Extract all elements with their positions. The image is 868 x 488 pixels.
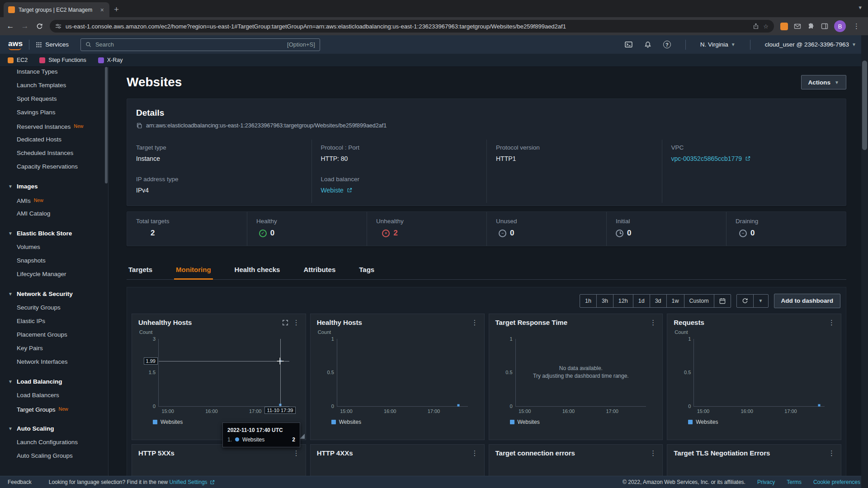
sidebar-item-network-interfaces[interactable]: Network Interfaces: [0, 355, 108, 369]
chart-menu-icon[interactable]: ⋮: [472, 449, 478, 457]
chart-menu-icon[interactable]: ⋮: [472, 319, 478, 327]
sidebar-item-dedicated-hosts[interactable]: Dedicated Hosts: [0, 133, 108, 146]
sidebar-item-reserved-instances[interactable]: Reserved InstancesNew: [0, 119, 108, 133]
time-range-1d[interactable]: 1d: [633, 295, 650, 307]
sidebar-item-launch-configurations[interactable]: Launch Configurations: [0, 436, 108, 449]
console-search-input[interactable]: Search [Option+S]: [80, 38, 320, 51]
chart-menu-icon[interactable]: ⋮: [650, 319, 656, 327]
custom-date-picker-button[interactable]: [714, 295, 731, 307]
tab-search-icon[interactable]: ▾: [859, 4, 862, 11]
chart-menu-icon[interactable]: ⋮: [650, 449, 656, 457]
scrollbar-thumb[interactable]: [862, 61, 867, 150]
mail-extension-icon[interactable]: [793, 22, 802, 30]
chart-menu-icon[interactable]: ⋮: [293, 449, 299, 457]
sidebar-section-images[interactable]: ▼Images: [0, 179, 108, 193]
time-range-3h[interactable]: 3h: [596, 295, 613, 307]
tab-tags[interactable]: Tags: [357, 262, 376, 280]
tab-targets[interactable]: Targets: [127, 262, 154, 280]
sidebar-item-elastic-ips[interactable]: Elastic IPs: [0, 314, 108, 328]
expand-icon[interactable]: [282, 319, 288, 326]
favorite-shortcut-x-ray[interactable]: X-Ray: [98, 57, 123, 63]
sidebar-item-key-pairs[interactable]: Key Pairs: [0, 342, 108, 355]
browser-tab-strip: Target groups | EC2 Managem × + ▾: [0, 0, 868, 17]
footer-link-cookie-preferences[interactable]: Cookie preferences: [813, 479, 860, 485]
sidebar-item-savings-plans[interactable]: Savings Plans: [0, 106, 108, 119]
refresh-options-button[interactable]: ▼: [753, 295, 768, 307]
refresh-icon: [742, 298, 748, 304]
sidebar-item-snapshots[interactable]: Snapshots: [0, 254, 108, 267]
sidebar-item-spot-requests[interactable]: Spot Requests: [0, 92, 108, 106]
time-range-3d[interactable]: 3d: [650, 295, 666, 307]
unified-settings-link[interactable]: Unified Settings: [170, 479, 215, 485]
sidebar-section-auto-scaling[interactable]: ▼Auto Scaling: [0, 422, 108, 436]
reload-button[interactable]: [33, 23, 45, 30]
tab-monitoring[interactable]: Monitoring: [174, 262, 212, 280]
tab-attributes[interactable]: Attributes: [302, 262, 337, 280]
favorite-shortcut-ec2[interactable]: EC2: [8, 57, 28, 63]
bookmark-star-icon[interactable]: ☆: [763, 23, 769, 30]
aws-logo[interactable]: aws: [8, 39, 23, 50]
puzzle-extensions-icon[interactable]: [807, 22, 815, 30]
page-scrollbar[interactable]: [861, 35, 868, 488]
sidebar-item-scheduled-instances[interactable]: Scheduled Instances: [0, 146, 108, 160]
back-button[interactable]: ←: [5, 22, 16, 31]
sidebar-item-launch-templates[interactable]: Launch Templates: [0, 79, 108, 92]
aws-extension-icon[interactable]: [780, 23, 788, 30]
sidebar-item-capacity-reservations[interactable]: Capacity Reservations: [0, 160, 108, 174]
browser-menu-icon[interactable]: ⋮: [851, 22, 862, 30]
cloudshell-icon[interactable]: [621, 41, 636, 48]
tab-health-checks[interactable]: Health checks: [233, 262, 282, 280]
chart-plot: 31.5015:0016:0017:001.9911-10 17:39: [158, 339, 289, 407]
footer-link-privacy[interactable]: Privacy: [757, 479, 775, 485]
profile-avatar[interactable]: B: [834, 20, 846, 32]
sidebar-item-target-groups[interactable]: Target GroupsNew: [0, 402, 108, 416]
favorite-shortcut-step-functions[interactable]: Step Functions: [39, 57, 86, 63]
forward-button[interactable]: →: [19, 22, 31, 31]
chart-menu-icon[interactable]: ⋮: [293, 319, 299, 327]
footer-link-terms[interactable]: Terms: [787, 479, 802, 485]
url-bar[interactable]: us-east-1.console.aws.amazon.com/ec2/hom…: [50, 20, 774, 33]
services-menu[interactable]: Services: [36, 41, 69, 48]
browser-tab[interactable]: Target groups | EC2 Managem ×: [4, 2, 109, 17]
sidebar-section-elastic-block-store[interactable]: ▼Elastic Block Store: [0, 226, 108, 240]
tooltip-timestamp: 2022-11-10 17:40 UTC: [227, 427, 295, 433]
chart-menu-icon[interactable]: ⋮: [828, 449, 835, 457]
new-tab-button[interactable]: +: [114, 5, 119, 14]
help-icon[interactable]: ?: [660, 41, 675, 48]
site-settings-icon[interactable]: [55, 23, 61, 29]
time-range-custom[interactable]: Custom: [684, 295, 714, 307]
refresh-button[interactable]: [737, 295, 753, 307]
sidebar-section-network-security[interactable]: ▼Network & Security: [0, 287, 108, 301]
sidebar-item-security-groups[interactable]: Security Groups: [0, 301, 108, 314]
sidebar-item-label: Snapshots: [17, 257, 46, 264]
share-icon[interactable]: [753, 23, 759, 29]
side-panel-icon[interactable]: [821, 22, 829, 30]
notifications-bell-icon[interactable]: [641, 41, 655, 48]
chart-menu-icon[interactable]: ⋮: [828, 319, 835, 327]
actions-button[interactable]: Actions▼: [801, 75, 846, 89]
account-menu[interactable]: cloud_user @ 2362-3396-7963▼: [761, 41, 860, 48]
sidebar-item-volumes[interactable]: Volumes: [0, 240, 108, 254]
copy-icon[interactable]: [136, 122, 142, 129]
resize-handle[interactable]: [300, 434, 305, 439]
tooltip-index: 1.: [227, 436, 232, 443]
region-selector[interactable]: N. Virginia▼: [697, 41, 739, 48]
sidebar-scrollbar[interactable]: [105, 67, 108, 183]
sidebar-item-load-balancers[interactable]: Load Balancers: [0, 389, 108, 402]
add-to-dashboard-button[interactable]: Add to dashboard: [774, 294, 841, 308]
link-vpc[interactable]: vpc-00352c5865ccb1779: [671, 155, 750, 162]
link-load-balancer[interactable]: Webiste: [321, 187, 352, 194]
tab-close-icon[interactable]: ×: [99, 6, 105, 14]
sidebar-item-amis[interactable]: AMIsNew: [0, 193, 108, 207]
sidebar-item-placement-groups[interactable]: Placement Groups: [0, 328, 108, 342]
sidebar-item-ami-catalog[interactable]: AMI Catalog: [0, 207, 108, 221]
sidebar-item-auto-scaling-groups[interactable]: Auto Scaling Groups: [0, 449, 108, 463]
sidebar-item-instance-types[interactable]: Instance Types: [0, 67, 108, 79]
time-range-12h[interactable]: 12h: [613, 295, 633, 307]
time-range-1h[interactable]: 1h: [580, 295, 596, 307]
feedback-link[interactable]: Feedback: [8, 479, 32, 485]
sidebar-section-load-balancing[interactable]: ▼Load Balancing: [0, 375, 108, 389]
sidebar-item-lifecycle-manager[interactable]: Lifecycle Manager: [0, 267, 108, 281]
time-range-1w[interactable]: 1w: [666, 295, 684, 307]
y-axis-label: Count: [675, 329, 835, 335]
